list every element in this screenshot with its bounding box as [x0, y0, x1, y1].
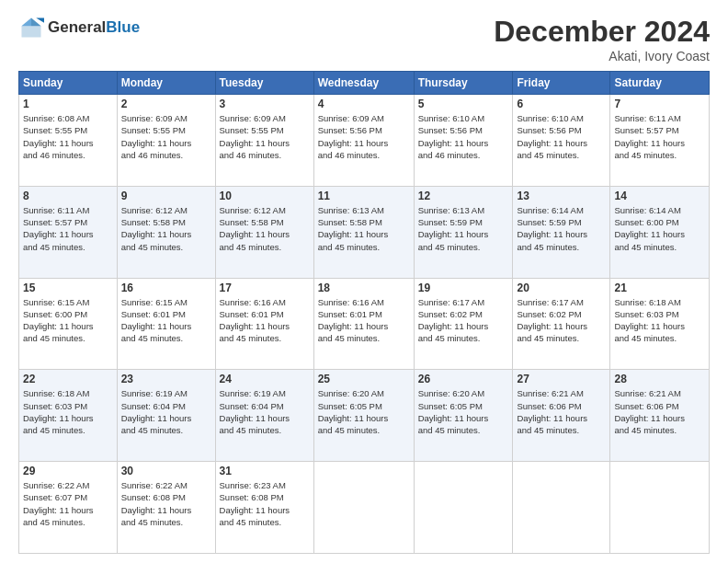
- day-25: 25 Sunrise: 6:20 AMSunset: 6:05 PMDaylig…: [313, 370, 414, 462]
- day-2: 2 Sunrise: 6:09 AMSunset: 5:55 PMDayligh…: [117, 95, 215, 187]
- empty-cell-4: [610, 462, 710, 554]
- day-30: 30 Sunrise: 6:22 AMSunset: 6:08 PMDaylig…: [117, 462, 215, 554]
- week-row-4: 22 Sunrise: 6:18 AMSunset: 6:03 PMDaylig…: [19, 370, 710, 462]
- day-12: 12 Sunrise: 6:13 AMSunset: 5:59 PMDaylig…: [414, 186, 513, 278]
- logo-icon: [18, 15, 44, 40]
- day-17: 17 Sunrise: 6:16 AMSunset: 6:01 PMDaylig…: [215, 278, 313, 370]
- day-11: 11 Sunrise: 6:13 AMSunset: 5:58 PMDaylig…: [313, 186, 414, 278]
- calendar-page: GeneralBlue December 2024 Akati, Ivory C…: [0, 0, 728, 563]
- svg-marker-5: [36, 18, 44, 23]
- day-20: 20 Sunrise: 6:17 AMSunset: 6:02 PMDaylig…: [513, 278, 610, 370]
- day-23: 23 Sunrise: 6:19 AMSunset: 6:04 PMDaylig…: [117, 370, 215, 462]
- day-10: 10 Sunrise: 6:12 AMSunset: 5:58 PMDaylig…: [215, 186, 313, 278]
- day-26: 26 Sunrise: 6:20 AMSunset: 6:05 PMDaylig…: [414, 370, 513, 462]
- day-1: 1 Sunrise: 6:08 AMSunset: 5:55 PMDayligh…: [19, 95, 118, 187]
- day-29: 29 Sunrise: 6:22 AMSunset: 6:07 PMDaylig…: [19, 462, 118, 554]
- week-row-3: 15 Sunrise: 6:15 AMSunset: 6:00 PMDaylig…: [19, 278, 710, 370]
- day-9: 9 Sunrise: 6:12 AMSunset: 5:58 PMDayligh…: [117, 186, 215, 278]
- col-sunday: Sunday: [19, 72, 118, 95]
- day-22: 22 Sunrise: 6:18 AMSunset: 6:03 PMDaylig…: [19, 370, 118, 462]
- day-27: 27 Sunrise: 6:21 AMSunset: 6:06 PMDaylig…: [513, 370, 610, 462]
- week-row-2: 8 Sunrise: 6:11 AMSunset: 5:57 PMDayligh…: [19, 186, 710, 278]
- svg-rect-4: [22, 26, 41, 37]
- day-13: 13 Sunrise: 6:14 AMSunset: 5:59 PMDaylig…: [513, 186, 610, 278]
- col-tuesday: Tuesday: [215, 72, 313, 95]
- day-18: 18 Sunrise: 6:16 AMSunset: 6:01 PMDaylig…: [313, 278, 414, 370]
- week-row-1: 1 Sunrise: 6:08 AMSunset: 5:55 PMDayligh…: [19, 95, 710, 187]
- logo-blue: Blue: [106, 18, 140, 36]
- empty-cell-1: [313, 462, 414, 554]
- col-thursday: Thursday: [414, 72, 513, 95]
- logo-text-block: GeneralBlue: [48, 19, 140, 37]
- day-28: 28 Sunrise: 6:21 AMSunset: 6:06 PMDaylig…: [610, 370, 710, 462]
- logo: GeneralBlue: [18, 15, 140, 40]
- logo-general: General: [48, 18, 106, 36]
- day-4: 4 Sunrise: 6:09 AMSunset: 5:56 PMDayligh…: [313, 95, 414, 187]
- title-block: December 2024 Akati, Ivory Coast: [494, 15, 710, 63]
- month-title: December 2024: [494, 15, 710, 49]
- col-saturday: Saturday: [610, 72, 710, 95]
- calendar-header-row: Sunday Monday Tuesday Wednesday Thursday…: [19, 72, 710, 95]
- col-monday: Monday: [117, 72, 215, 95]
- day-8: 8 Sunrise: 6:11 AMSunset: 5:57 PMDayligh…: [19, 186, 118, 278]
- day-31: 31 Sunrise: 6:23 AMSunset: 6:08 PMDaylig…: [215, 462, 313, 554]
- svg-marker-3: [22, 18, 32, 27]
- week-row-5: 29 Sunrise: 6:22 AMSunset: 6:07 PMDaylig…: [19, 462, 710, 554]
- day-16: 16 Sunrise: 6:15 AMSunset: 6:01 PMDaylig…: [117, 278, 215, 370]
- col-friday: Friday: [513, 72, 610, 95]
- day-6: 6 Sunrise: 6:10 AMSunset: 5:56 PMDayligh…: [513, 95, 610, 187]
- day-19: 19 Sunrise: 6:17 AMSunset: 6:02 PMDaylig…: [414, 278, 513, 370]
- day-5: 5 Sunrise: 6:10 AMSunset: 5:56 PMDayligh…: [414, 95, 513, 187]
- calendar-table: Sunday Monday Tuesday Wednesday Thursday…: [18, 71, 710, 554]
- day-15: 15 Sunrise: 6:15 AMSunset: 6:00 PMDaylig…: [19, 278, 118, 370]
- empty-cell-3: [513, 462, 610, 554]
- day-24: 24 Sunrise: 6:19 AMSunset: 6:04 PMDaylig…: [215, 370, 313, 462]
- location: Akati, Ivory Coast: [494, 49, 710, 63]
- day-14: 14 Sunrise: 6:14 AMSunset: 6:00 PMDaylig…: [610, 186, 710, 278]
- day-3: 3 Sunrise: 6:09 AMSunset: 5:55 PMDayligh…: [215, 95, 313, 187]
- day-21: 21 Sunrise: 6:18 AMSunset: 6:03 PMDaylig…: [610, 278, 710, 370]
- col-wednesday: Wednesday: [313, 72, 414, 95]
- header: GeneralBlue December 2024 Akati, Ivory C…: [18, 15, 710, 63]
- day-7: 7 Sunrise: 6:11 AMSunset: 5:57 PMDayligh…: [610, 95, 710, 187]
- empty-cell-2: [414, 462, 513, 554]
